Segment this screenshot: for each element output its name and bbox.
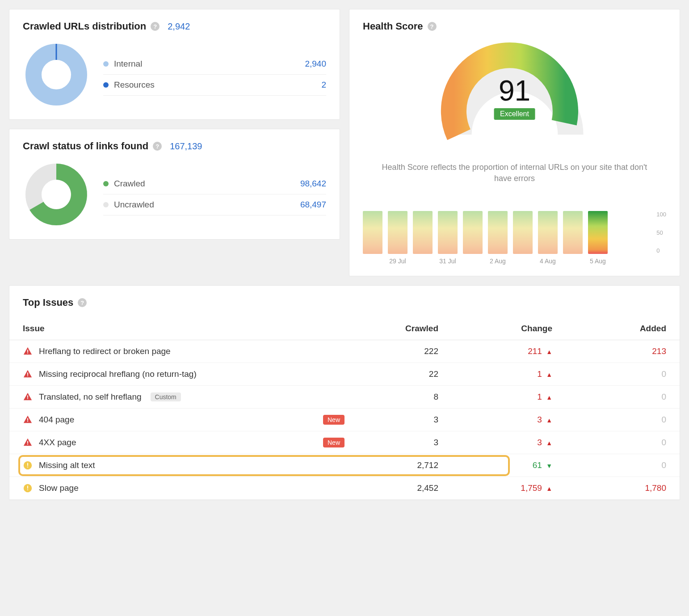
history-label: 2 Aug: [488, 257, 508, 265]
added-value: 0: [661, 392, 666, 401]
added-value: 0: [661, 415, 666, 424]
crawled-urls-card: Crawled URLs distribution ? 2,942: [9, 9, 340, 120]
added-value: 213: [652, 346, 666, 356]
history-bar[interactable]: [363, 211, 382, 254]
change-value: 1 ▲: [537, 369, 552, 379]
issue-name[interactable]: 404 page: [39, 415, 74, 425]
crawl-status-total[interactable]: 167,139: [170, 141, 202, 152]
help-icon[interactable]: ?: [153, 142, 162, 151]
title-text: Top Issues: [23, 297, 73, 308]
top-issues-table: Issue Crawled Change Added Hreflang to r…: [9, 317, 680, 500]
crawled-value: 3: [433, 438, 438, 447]
history-label: [413, 257, 433, 265]
history-bar-active[interactable]: [588, 211, 608, 254]
history-bar[interactable]: [513, 211, 533, 254]
legend-label: Uncrawled: [114, 200, 154, 210]
legend-crawled-urls: Internal 2,940 Resources 2: [103, 54, 326, 96]
history-bar[interactable]: [463, 211, 483, 254]
warning-icon: [23, 460, 33, 470]
error-icon: [23, 369, 33, 379]
history-label: [463, 257, 483, 265]
legend-item-crawled[interactable]: Crawled 98,642: [103, 173, 326, 194]
history-label: [513, 257, 533, 265]
crawled-value: 2,452: [417, 483, 438, 493]
col-header-issue[interactable]: Issue: [9, 317, 358, 340]
history-labels: 29 Jul 31 Jul 2 Aug 4 Aug 5 Aug: [363, 257, 666, 265]
change-value: 3 ▲: [537, 415, 552, 424]
history-label: [563, 257, 583, 265]
error-icon: [23, 415, 33, 425]
history-label: 4 Aug: [538, 257, 558, 265]
error-icon: [23, 438, 33, 447]
history-bar[interactable]: [488, 211, 508, 254]
help-icon[interactable]: ?: [428, 22, 437, 31]
health-gauge[interactable]: 91 Excellent: [430, 39, 600, 151]
help-icon[interactable]: ?: [151, 22, 160, 31]
trend-up-icon: ▲: [546, 348, 552, 355]
trend-up-icon: ▲: [546, 417, 552, 424]
svg-rect-6: [27, 376, 28, 376]
trend-up-icon: ▲: [546, 371, 552, 378]
table-row[interactable]: Hreflang to redirect or broken page22221…: [9, 340, 680, 363]
svg-rect-14: [27, 463, 28, 466]
svg-rect-17: [27, 486, 28, 489]
crawled-urls-total[interactable]: 2,942: [168, 21, 190, 32]
col-header-change[interactable]: Change: [452, 317, 566, 340]
title-text: Health Score: [363, 21, 423, 32]
history-label: 5 Aug: [588, 257, 608, 265]
legend-label: Internal: [114, 59, 142, 69]
issue-name[interactable]: Slow page: [39, 483, 79, 493]
added-value: 0: [661, 460, 666, 470]
axis-tick: 50: [656, 229, 666, 236]
col-header-crawled[interactable]: Crawled: [358, 317, 452, 340]
health-description: Health Score reflects the proportion of …: [363, 162, 666, 184]
issue-name[interactable]: 4XX page: [39, 438, 76, 447]
table-row[interactable]: Slow page2,4521,759 ▲1,780: [9, 477, 680, 500]
history-bar[interactable]: [438, 211, 458, 254]
health-history-bars: 100 50 0: [363, 211, 666, 254]
legend-item-internal[interactable]: Internal 2,940: [103, 54, 326, 75]
history-label: [363, 257, 382, 265]
table-row[interactable]: Translated, no self hreflangCustom81 ▲0: [9, 386, 680, 409]
issue-name[interactable]: Missing reciprocal hreflang (no return-t…: [39, 369, 197, 379]
axis-tick: 100: [656, 211, 666, 218]
table-row[interactable]: Missing reciprocal hreflang (no return-t…: [9, 363, 680, 386]
history-bar[interactable]: [538, 211, 558, 254]
legend-value: 2: [321, 80, 326, 90]
issue-name[interactable]: Translated, no self hreflang: [39, 392, 142, 402]
issue-name[interactable]: Hreflang to redirect or broken page: [39, 346, 171, 356]
added-value: 0: [661, 438, 666, 447]
col-header-added[interactable]: Added: [566, 317, 680, 340]
help-icon[interactable]: ?: [78, 298, 87, 307]
title-text: Crawled URLs distribution: [23, 21, 146, 32]
svg-rect-15: [27, 467, 28, 468]
trend-down-icon: ▼: [546, 462, 552, 469]
svg-rect-7: [27, 396, 28, 398]
axis-tick: 0: [656, 247, 666, 254]
svg-rect-5: [27, 373, 28, 376]
history-bar[interactable]: [388, 211, 408, 254]
warning-icon: [23, 483, 33, 493]
added-value: 1,780: [645, 483, 666, 493]
legend-item-resources[interactable]: Resources 2: [103, 75, 326, 96]
crawl-status-title: Crawl status of links found ? 167,139: [23, 140, 202, 152]
issue-name[interactable]: Missing alt text: [39, 460, 95, 470]
history-bar[interactable]: [413, 211, 433, 254]
change-value: 211 ▲: [528, 346, 552, 356]
svg-rect-11: [27, 441, 28, 444]
legend-item-uncrawled[interactable]: Uncrawled 68,497: [103, 194, 326, 215]
trend-up-icon: ▲: [546, 394, 552, 401]
table-row[interactable]: 404 pageNew33 ▲0: [9, 409, 680, 431]
table-row[interactable]: Missing alt text2,71261 ▼0: [9, 454, 680, 477]
crawled-value: 22: [429, 369, 438, 379]
legend-value: 68,497: [300, 200, 326, 210]
donut-chart-crawl-status[interactable]: [23, 161, 90, 228]
donut-chart-crawled-urls[interactable]: [23, 41, 90, 108]
legend-label: Crawled: [114, 179, 145, 189]
change-value: 1,759 ▲: [521, 483, 552, 493]
legend-label: Resources: [114, 80, 155, 90]
trend-up-icon: ▲: [546, 485, 552, 492]
history-bar[interactable]: [563, 211, 583, 254]
table-row[interactable]: 4XX pageNew33 ▲0: [9, 431, 680, 454]
top-issues-card: Top Issues ? Issue Crawled Change Added …: [9, 285, 680, 500]
